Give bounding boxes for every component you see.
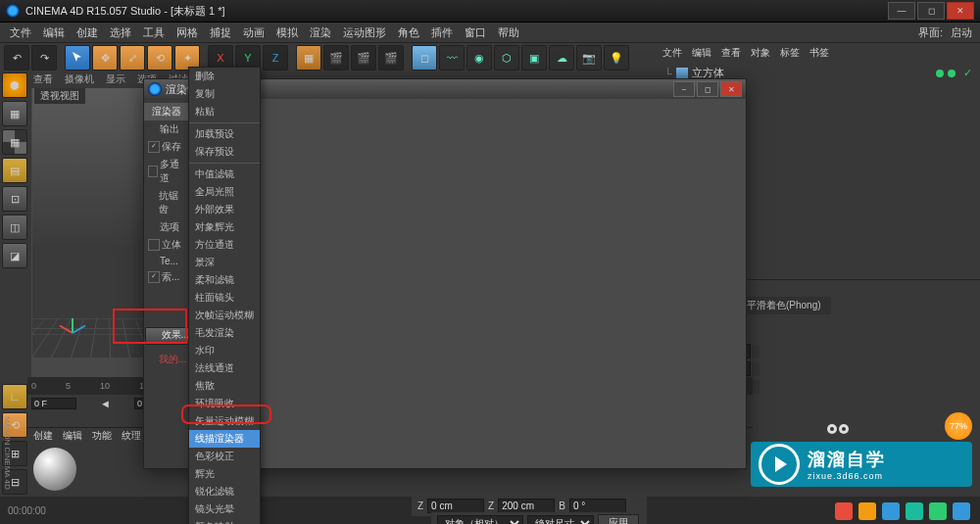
polygon-mode[interactable]: ◪	[2, 243, 27, 268]
om-file[interactable]: 文件	[662, 46, 682, 60]
om-edit[interactable]: 编辑	[692, 46, 711, 60]
menu-edit[interactable]: 编辑	[43, 25, 65, 40]
environment-tool[interactable]: ☁	[549, 45, 574, 71]
ctx-subframe-mb[interactable]: 次帧运动模糊	[189, 307, 260, 324]
frame-start-input[interactable]	[31, 398, 76, 409]
menu-character[interactable]: 角色	[398, 25, 419, 40]
menu-mograph[interactable]: 运动图形	[343, 25, 386, 40]
menu-plugins[interactable]: 插件	[431, 25, 453, 40]
ctx-save-preset[interactable]: 保存预设	[189, 143, 260, 161]
menu-help[interactable]: 帮助	[498, 25, 519, 40]
menu-create[interactable]: 创建	[76, 25, 98, 40]
restore-button[interactable]: ◻	[917, 2, 945, 20]
side-aa[interactable]: 抗锯齿	[144, 187, 188, 218]
light-tool[interactable]: 💡	[604, 45, 629, 71]
menu-window[interactable]: 窗口	[465, 25, 486, 40]
generator-tool[interactable]: ⬡	[494, 45, 519, 71]
ctx-normal-pass[interactable]: 法线通道	[189, 359, 260, 377]
vp-view[interactable]: 查看	[33, 72, 53, 86]
rotate-tool[interactable]: ⟲	[147, 45, 172, 71]
minimize-button[interactable]: —	[888, 2, 915, 20]
render-pv-button[interactable]: 🎬	[351, 45, 376, 71]
mat-texture[interactable]: 纹理	[122, 429, 141, 443]
ctx-caustics[interactable]: 焦散	[189, 377, 260, 395]
menu-tools[interactable]: 工具	[143, 25, 165, 40]
menu-simulate[interactable]: 模拟	[276, 25, 298, 40]
render-settings-button[interactable]: 🎬	[378, 45, 404, 71]
ctx-color-correct[interactable]: 色彩校正	[189, 448, 260, 465]
ctx-copy[interactable]: 复制	[189, 85, 260, 103]
ctx-sketch-renderer[interactable]: 线描渲染器	[189, 430, 260, 448]
point-mode[interactable]: ⊡	[2, 186, 27, 212]
apply-button[interactable]: 应用	[598, 514, 639, 524]
make-editable-button[interactable]: ⬢	[2, 72, 27, 98]
side-output[interactable]: 输出	[144, 120, 188, 138]
side-sketch[interactable]: ✓索...	[144, 268, 188, 286]
axis-mode[interactable]: ∟	[2, 384, 27, 409]
spinner[interactable]	[752, 362, 760, 376]
edge-mode[interactable]: ◫	[2, 214, 27, 240]
size-z[interactable]	[498, 499, 555, 513]
ctx-external-effect[interactable]: 外部效果	[189, 201, 260, 218]
ctx-load-preset[interactable]: 加载预设	[189, 125, 260, 143]
render-view-button[interactable]: ▦	[296, 45, 321, 71]
side-save[interactable]: ✓保存	[144, 138, 188, 156]
ctx-object-glow[interactable]: 对象辉光	[189, 218, 260, 236]
material-preview[interactable]	[33, 448, 76, 491]
axis-z-toggle[interactable]: Z	[263, 45, 288, 71]
attr-tab-phong[interactable]: 平滑着色(Phong)	[737, 297, 831, 314]
ctx-hair-render[interactable]: 毛发渲染	[189, 324, 260, 342]
nurbs-tool[interactable]: ◉	[466, 45, 492, 71]
vp-display[interactable]: 显示	[106, 72, 125, 86]
ctx-soft-filter[interactable]: 柔和滤镜	[189, 271, 260, 289]
close-button[interactable]: ✕	[947, 2, 974, 20]
deformer-tool[interactable]: ▣	[521, 45, 547, 71]
menu-snap[interactable]: 捕捉	[210, 25, 231, 40]
size-mode-select[interactable]: 绝对尺寸	[527, 515, 594, 525]
layout-preset[interactable]: 启动	[951, 25, 972, 40]
render-dot[interactable]	[948, 70, 956, 77]
ctx-dof[interactable]: 景深	[189, 254, 260, 271]
ctx-paste[interactable]: 粘贴	[189, 103, 260, 120]
redo-button[interactable]: ↷	[31, 45, 57, 71]
render-region-button[interactable]: 🎬	[323, 45, 349, 71]
ctx-sharpen[interactable]: 锐化滤镜	[189, 483, 260, 500]
menu-mesh[interactable]: 网格	[176, 25, 198, 40]
ctx-lens-flare[interactable]: 镜头光晕	[189, 500, 260, 518]
side-options[interactable]: 选项	[144, 218, 188, 236]
om-bookmarks[interactable]: 书签	[809, 46, 829, 60]
visibility-dot[interactable]	[936, 70, 944, 77]
model-mode[interactable]: ▦	[2, 101, 27, 126]
om-view[interactable]: 查看	[721, 46, 741, 60]
menu-animate[interactable]: 动画	[243, 25, 265, 40]
mat-create[interactable]: 创建	[33, 429, 53, 443]
cube-primitive[interactable]: ◻	[412, 45, 437, 71]
ctx-median-filter[interactable]: 中值滤镜	[189, 166, 260, 183]
ctx-position-pass[interactable]: 方位通道	[189, 236, 260, 254]
om-object[interactable]: 对象	[751, 46, 770, 60]
workplane-mode[interactable]: ▤	[2, 158, 27, 183]
dialog-maximize[interactable]: ◻	[697, 81, 718, 97]
menu-render[interactable]: 渲染	[310, 25, 331, 40]
dialog-minimize[interactable]: −	[673, 81, 695, 97]
coord-z[interactable]	[427, 499, 484, 513]
ctx-global-illum[interactable]: 全局光照	[189, 183, 260, 201]
side-multipass[interactable]: 多通道	[144, 156, 188, 187]
scale-tool[interactable]: ⤢	[120, 45, 145, 71]
ctx-cylindrical-lens[interactable]: 柱面镜头	[189, 289, 260, 307]
undo-button[interactable]: ↶	[4, 45, 29, 71]
menu-select[interactable]: 选择	[110, 25, 131, 40]
mat-edit[interactable]: 编辑	[63, 429, 82, 443]
dialog-close[interactable]: ✕	[720, 81, 742, 97]
om-tags[interactable]: 标签	[780, 46, 800, 60]
texture-mode[interactable]: ▦	[2, 129, 27, 155]
vp-camera[interactable]: 摄像机	[65, 72, 94, 86]
renderer-header[interactable]: 渲染器	[144, 103, 188, 120]
ctx-glow[interactable]: 辉光	[189, 465, 260, 483]
camera-tool[interactable]: 📷	[576, 45, 602, 71]
side-te[interactable]: Te...	[144, 254, 188, 268]
select-tool[interactable]	[65, 45, 90, 71]
ctx-delete[interactable]: 删除	[189, 68, 260, 85]
rot-b[interactable]	[569, 499, 626, 513]
mat-function[interactable]: 功能	[92, 429, 112, 443]
